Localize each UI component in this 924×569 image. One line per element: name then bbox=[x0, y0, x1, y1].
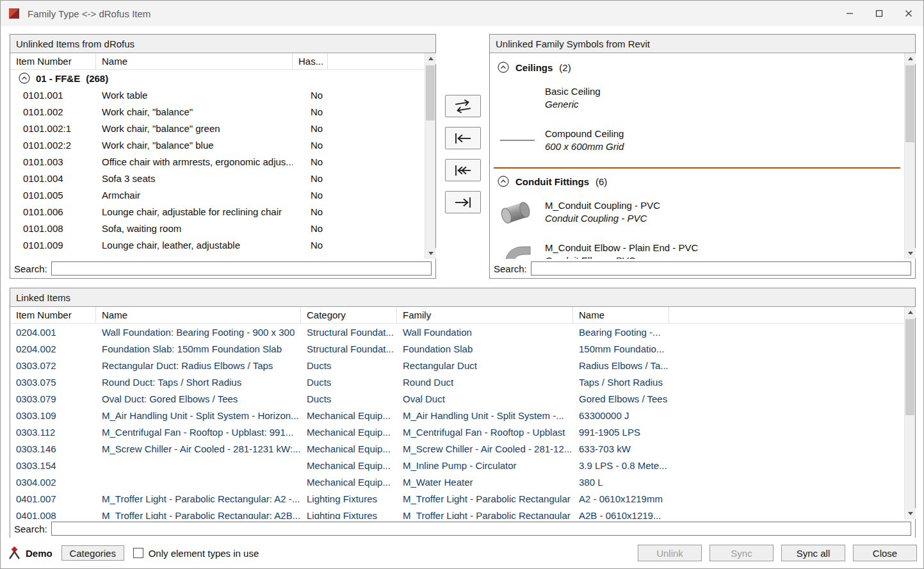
family-cell: M_Air Handling Unit - Split System -... bbox=[397, 410, 573, 421]
drofus-search-input[interactable] bbox=[51, 261, 432, 276]
scroll-up-icon[interactable] bbox=[905, 53, 916, 64]
has-cell: No bbox=[293, 173, 328, 184]
family-symbol-text: Basic CeilingGeneric bbox=[545, 85, 601, 111]
scroll-down-icon[interactable] bbox=[905, 248, 916, 259]
app-logo-icon bbox=[8, 7, 21, 20]
scroll-down-icon[interactable] bbox=[425, 248, 436, 259]
linked-item-row[interactable]: 0303.112M_Centrifugal Fan - Rooftop - Up… bbox=[10, 424, 904, 440]
revit-search-input[interactable] bbox=[531, 261, 911, 276]
item-name-cell: Wall Foundation: Bearing Footing - 900 x… bbox=[96, 327, 301, 338]
linked-scrollbar[interactable] bbox=[904, 307, 915, 519]
linked-item-row[interactable]: 0303.146M_Screw Chiller - Air Cooled - 2… bbox=[10, 440, 904, 457]
linked-item-row[interactable]: 0401.008M_Troffer Light - Parabolic Rect… bbox=[10, 507, 904, 519]
type-name-cell: 63300000 J bbox=[573, 410, 669, 421]
type-name-cell: A2 - 0610x1219mm bbox=[573, 493, 669, 504]
linked-item-row[interactable]: 0303.075Round Duct: Taps / Short RadiusD… bbox=[10, 374, 904, 390]
linked-item-row[interactable]: 0304.002Mechanical Equip...M_Water Heate… bbox=[10, 474, 904, 490]
column-header[interactable]: Item Number bbox=[10, 53, 96, 69]
item-name-cell: Work chair, "balance" blue bbox=[96, 140, 293, 151]
column-header[interactable]: Name bbox=[573, 307, 669, 323]
type-name-cell: A2B - 0610x1219... bbox=[573, 510, 669, 520]
item-name-cell: M_Troffer Light - Parabolic Rectangular:… bbox=[96, 493, 301, 504]
linked-item-row[interactable]: 0303.154Mechanical Equip...M_Inline Pump… bbox=[10, 457, 904, 474]
drofus-item-row[interactable]: 0101.002:2Work chair, "balance" blueNo bbox=[10, 136, 425, 153]
item-name-cell: M_Screw Chiller - Air Cooled - 281-1231 … bbox=[96, 443, 301, 454]
item-number-cell: 0401.007 bbox=[10, 493, 96, 504]
transfer-buttons bbox=[445, 95, 481, 213]
family-category-row[interactable]: Ceilings(2) bbox=[490, 58, 904, 76]
chevron-up-icon[interactable] bbox=[498, 176, 509, 187]
only-in-use-checkbox[interactable] bbox=[133, 548, 143, 558]
unlink-button[interactable]: Unlink bbox=[638, 545, 702, 561]
family-cell: Rectangular Duct bbox=[397, 360, 573, 371]
link-all-button[interactable] bbox=[445, 159, 481, 181]
item-number-cell: 0101.001 bbox=[10, 90, 96, 101]
column-header[interactable]: Has... bbox=[293, 53, 328, 69]
link-selected-button[interactable] bbox=[445, 127, 481, 149]
column-header[interactable]: Item Number bbox=[10, 307, 96, 323]
column-header[interactable]: Name bbox=[96, 307, 301, 323]
column-header[interactable]: Name bbox=[96, 53, 293, 69]
drofus-group-row[interactable]: 01 - FF&E(268) bbox=[10, 70, 425, 87]
close-button[interactable]: Close bbox=[853, 545, 917, 561]
drofus-item-row[interactable]: 0101.001Work tableNo bbox=[10, 87, 425, 103]
scroll-up-icon[interactable] bbox=[425, 53, 436, 64]
drofus-item-row[interactable]: 0101.003Office chair with armrests, ergo… bbox=[10, 153, 425, 170]
family-category-row[interactable]: Conduit Fittings(6) bbox=[490, 172, 904, 190]
sync-button[interactable]: Sync bbox=[709, 545, 774, 561]
drofus-item-row[interactable]: 0101.002:1Work chair, "balance" greenNo bbox=[10, 120, 425, 136]
thumb-cylinder-icon bbox=[499, 195, 536, 229]
swap-link-button[interactable] bbox=[445, 95, 481, 117]
drofus-item-row[interactable]: 0101.004Sofa 3 seatsNo bbox=[10, 170, 425, 186]
family-symbol-item[interactable]: Compound Ceiling600 x 600mm Grid bbox=[490, 120, 904, 161]
type-name-cell: 380 L bbox=[573, 477, 669, 488]
scrollbar-thumb[interactable] bbox=[905, 319, 914, 415]
scrollbar-thumb[interactable] bbox=[905, 65, 914, 142]
family-symbol-item[interactable]: M_Conduit Coupling - PVCConduit Coupling… bbox=[490, 192, 904, 233]
close-button[interactable] bbox=[894, 1, 923, 26]
category-cell: Structural Foundat... bbox=[301, 343, 397, 354]
drofus-item-row[interactable]: 0101.008Sofa, waiting roomNo bbox=[10, 220, 425, 236]
scroll-down-icon[interactable] bbox=[905, 508, 916, 519]
sync-all-button[interactable]: Sync all bbox=[781, 545, 845, 561]
minimize-button[interactable] bbox=[835, 1, 864, 26]
chevron-up-icon[interactable] bbox=[498, 62, 509, 73]
footer-bar: Demo Categories Only element types in us… bbox=[1, 538, 923, 568]
item-number-cell: 0303.075 bbox=[10, 377, 96, 388]
linked-item-row[interactable]: 0204.001Wall Foundation: Bearing Footing… bbox=[10, 324, 904, 340]
item-name-cell: M_Troffer Light - Parabolic Rectangular:… bbox=[96, 510, 301, 520]
revit-scrollbar[interactable] bbox=[904, 53, 915, 259]
family-cell: Wall Foundation bbox=[397, 327, 573, 338]
family-cell: Round Duct bbox=[397, 377, 573, 388]
drofus-item-row[interactable]: 0101.006Lounge chair, adjustable for rec… bbox=[10, 203, 425, 220]
move-right-button[interactable] bbox=[445, 191, 481, 213]
drofus-item-row[interactable]: 0101.005ArmchairNo bbox=[10, 186, 425, 203]
dialog-window: Family Type <-> dRofus Item Unlinked Ite… bbox=[0, 0, 924, 569]
linked-item-row[interactable]: 0401.007M_Troffer Light - Parabolic Rect… bbox=[10, 490, 904, 507]
linked-search-input[interactable] bbox=[51, 522, 911, 536]
drofus-table-body: 01 - FF&E(268)0101.001Work tableNo0101.0… bbox=[10, 70, 425, 259]
column-header[interactable]: Category bbox=[301, 307, 397, 323]
item-number-cell: 0101.003 bbox=[10, 156, 96, 167]
family-symbol-name: Compound Ceiling bbox=[545, 128, 624, 140]
family-symbol-text: M_Conduit Coupling - PVCConduit Coupling… bbox=[545, 199, 660, 225]
drofus-item-row[interactable]: 0101.009Lounge chair, leather, adjustabl… bbox=[10, 236, 425, 253]
double-arrow-left-to-bar-icon bbox=[453, 164, 473, 177]
categories-button[interactable]: Categories bbox=[61, 545, 124, 561]
scroll-up-icon[interactable] bbox=[905, 307, 916, 318]
linked-item-row[interactable]: 0303.072Rectangular Duct: Radius Elbows … bbox=[10, 357, 904, 374]
family-symbol-item[interactable]: Basic CeilingGeneric bbox=[490, 78, 904, 119]
linked-item-row[interactable]: 0204.002Foundation Slab: 150mm Foundatio… bbox=[10, 340, 904, 357]
maximize-button[interactable] bbox=[864, 1, 894, 26]
footer-actions: UnlinkSyncSync allClose bbox=[638, 545, 917, 561]
chevron-up-icon[interactable] bbox=[19, 72, 30, 84]
family-symbol-item[interactable]: M_Conduit Elbow - Plain End - PVCConduit… bbox=[490, 234, 904, 259]
drofus-scrollbar[interactable] bbox=[425, 53, 435, 259]
drofus-item-row[interactable]: 0101.002Work chair, "balance"No bbox=[10, 103, 425, 120]
family-cell: Oval Duct bbox=[397, 393, 573, 404]
linked-item-row[interactable]: 0303.079Oval Duct: Gored Elbows / TeesDu… bbox=[10, 390, 904, 407]
scrollbar-thumb[interactable] bbox=[426, 65, 435, 120]
column-header[interactable]: Family bbox=[397, 307, 573, 323]
category-cell: Mechanical Equip... bbox=[301, 477, 397, 488]
linked-item-row[interactable]: 0303.109M_Air Handling Unit - Split Syst… bbox=[10, 407, 904, 424]
